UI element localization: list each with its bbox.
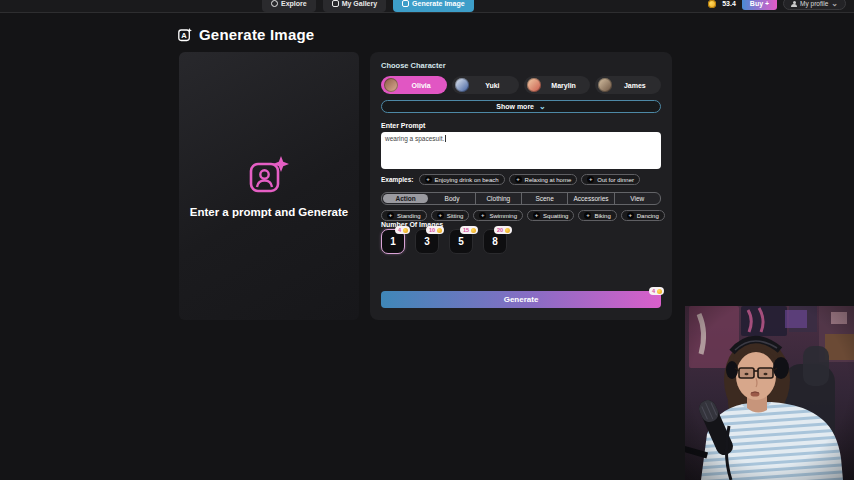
chip-standing-label: Standing <box>397 213 421 219</box>
compass-icon <box>271 0 278 7</box>
option-3-images[interactable]: 10 3 <box>415 229 439 254</box>
tab-scene[interactable]: Scene <box>522 193 568 204</box>
plus-icon: + <box>627 212 634 219</box>
top-nav: Explore My Gallery Generate Image 53.4 B… <box>0 0 854 13</box>
tab-action[interactable]: Action <box>383 194 428 203</box>
prompt-placeholder-icon <box>248 155 290 197</box>
plus-icon: + <box>479 212 486 219</box>
generate-image-title-icon: A <box>178 28 192 42</box>
chip-sitting-label: Sitting <box>447 213 464 219</box>
nav-generate-image-button[interactable]: Generate Image <box>393 0 474 12</box>
nav-explore-label: Explore <box>281 0 307 7</box>
example-chip-dinner[interactable]: + Out for dinner <box>581 174 640 185</box>
example-chip-home[interactable]: + Relaxing at home <box>509 174 578 185</box>
chip-squatting[interactable]: + Squatting <box>527 210 574 221</box>
character-yuki[interactable]: Yuki <box>452 76 518 94</box>
cost-badge: 10 <box>426 226 444 234</box>
option-5-images[interactable]: 15 5 <box>449 229 473 254</box>
cost-badge: 20 <box>494 226 512 234</box>
character-olivia-name: Olivia <box>398 82 444 89</box>
coin-icon <box>403 228 408 233</box>
coin-icon <box>708 0 716 8</box>
chevron-down-icon: ⌄ <box>831 2 838 6</box>
preview-panel: Enter a prompt and Generate <box>179 52 359 320</box>
chip-swimming-label: Swimming <box>489 213 517 219</box>
coin-icon <box>505 228 510 233</box>
plus-icon: + <box>587 176 594 183</box>
character-row: Olivia Yuki Marylin James <box>381 76 661 94</box>
page-title: A Generate Image <box>178 26 314 43</box>
character-james[interactable]: James <box>595 76 661 94</box>
streamer-video <box>685 306 854 480</box>
plus-icon: + <box>515 176 522 183</box>
choose-character-label: Choose Character <box>381 61 661 70</box>
cost-value: 20 <box>497 227 503 233</box>
option-8-images[interactable]: 20 8 <box>483 229 507 254</box>
text-caret <box>445 135 446 142</box>
plus-icon: + <box>584 212 591 219</box>
my-profile-button[interactable]: My profile ⌄ <box>783 0 846 10</box>
chip-squatting-label: Squatting <box>543 213 568 219</box>
chevron-down-icon: ⌄ <box>539 105 546 109</box>
option-5-count: 5 <box>458 236 464 247</box>
character-marylin[interactable]: Marylin <box>524 76 590 94</box>
prompt-textarea[interactable]: wearing a spacesuit. <box>381 132 661 169</box>
app-root: Explore My Gallery Generate Image 53.4 B… <box>0 0 854 480</box>
number-of-images-label: Number Of Images <box>381 221 661 228</box>
example-chip-dinner-label: Out for dinner <box>597 177 634 183</box>
examples-label: Examples: <box>381 176 414 183</box>
plus-icon: + <box>533 212 540 219</box>
nav-generate-image-label: Generate Image <box>412 0 465 7</box>
avatar-yuki <box>455 78 469 92</box>
svg-text:A: A <box>181 31 187 40</box>
nav-explore-button[interactable]: Explore <box>262 0 316 12</box>
option-3-count: 3 <box>424 236 430 247</box>
tab-body[interactable]: Body <box>429 193 475 204</box>
plus-icon: + <box>387 212 394 219</box>
generate-form-panel: Choose Character Olivia Yuki Marylin Jam… <box>370 52 672 320</box>
coin-icon <box>471 228 476 233</box>
show-more-button[interactable]: Show more ⌄ <box>381 100 661 113</box>
chip-standing[interactable]: + Standing <box>381 210 427 221</box>
option-8-count: 8 <box>492 236 498 247</box>
buy-button[interactable]: Buy + <box>742 0 777 10</box>
tab-view[interactable]: View <box>615 193 660 204</box>
example-chip-home-label: Relaxing at home <box>525 177 572 183</box>
plus-icon: + <box>437 212 444 219</box>
examples-row: Examples: + Enjoying drink on beach + Re… <box>381 174 661 185</box>
my-profile-label: My profile <box>800 0 828 7</box>
token-balance: 53.4 <box>722 0 736 7</box>
example-chip-beach[interactable]: + Enjoying drink on beach <box>419 174 505 185</box>
chip-dancing[interactable]: + Dancing <box>621 210 665 221</box>
generate-image-icon <box>402 0 409 7</box>
preview-placeholder-text: Enter a prompt and Generate <box>190 206 348 218</box>
character-yuki-name: Yuki <box>469 82 515 89</box>
generate-button-label: Generate <box>504 295 539 304</box>
nav-my-gallery-label: My Gallery <box>342 0 377 7</box>
nav-my-gallery-button[interactable]: My Gallery <box>323 0 386 12</box>
enter-prompt-label: Enter Prompt <box>381 122 661 129</box>
cost-badge: 15 <box>460 226 478 234</box>
example-chip-beach-label: Enjoying drink on beach <box>435 177 499 183</box>
tab-accessories[interactable]: Accessories <box>568 193 614 204</box>
generate-cost-badge: 4 <box>649 287 664 295</box>
webcam-overlay <box>685 306 854 480</box>
option-1-image[interactable]: 4 1 <box>381 229 405 254</box>
prompt-text: wearing a spacesuit. <box>385 135 444 142</box>
tab-clothing[interactable]: Clothing <box>476 193 522 204</box>
gallery-icon <box>332 0 339 7</box>
generate-button[interactable]: Generate 4 <box>381 291 661 308</box>
chip-biking[interactable]: + Biking <box>578 210 616 221</box>
generate-cost-value: 4 <box>652 288 655 294</box>
character-marylin-name: Marylin <box>541 82 587 89</box>
character-olivia[interactable]: Olivia <box>381 76 447 94</box>
chip-swimming[interactable]: + Swimming <box>473 210 523 221</box>
page-title-text: Generate Image <box>199 26 314 43</box>
avatar-james <box>598 78 612 92</box>
show-more-label: Show more <box>496 103 534 110</box>
cost-value: 4 <box>398 227 401 233</box>
user-icon <box>791 1 797 7</box>
chip-biking-label: Biking <box>594 213 610 219</box>
option-1-count: 1 <box>390 236 396 247</box>
chip-sitting[interactable]: + Sitting <box>431 210 470 221</box>
